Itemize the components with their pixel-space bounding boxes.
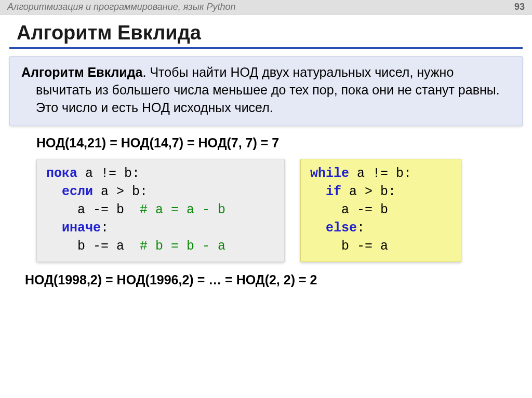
code-text: b -= a: [310, 239, 388, 254]
comment: # b = b - a: [140, 239, 225, 254]
kw-while-ru: пока: [46, 166, 77, 181]
code-text: a > b:: [93, 184, 148, 199]
slide-title: Алгоритм Евклида: [17, 22, 532, 44]
header-title: Алгоритмизация и программирование, язык …: [7, 2, 235, 12]
definition-text: Алгоритм Евклида. Чтобы найти НОД двух н…: [21, 64, 511, 116]
kw-else: else: [310, 221, 357, 236]
code-row: пока a != b: если a > b: a -= b # a = a …: [36, 159, 532, 262]
code-text: a -= b: [310, 202, 388, 217]
title-underline: [9, 47, 523, 49]
kw-if: if: [310, 184, 341, 199]
pseudocode-box: пока a != b: если a > b: a -= b # a = a …: [36, 159, 285, 262]
page-number: 93: [514, 2, 525, 12]
example-nod-14-21: НОД(14,21) = НОД(14,7) = НОД(7, 7) = 7: [36, 135, 532, 150]
comment: # a = a - b: [140, 202, 225, 217]
kw-if-ru: если: [46, 184, 93, 199]
example-nod-1998-2: НОД(1998,2) = НОД(1996,2) = … = НОД(2, 2…: [25, 272, 532, 287]
code-text: b -= a: [46, 239, 140, 254]
kw-else-ru: иначе: [46, 221, 101, 236]
code-text: a != b:: [77, 166, 140, 181]
python-code-box: while a != b: if a > b: a -= b else: b -…: [300, 159, 461, 262]
kw-while: while: [310, 166, 349, 181]
code-text: a -= b: [46, 202, 140, 217]
code-text: a != b:: [349, 166, 411, 181]
definition-box: Алгоритм Евклида. Чтобы найти НОД двух н…: [9, 56, 523, 126]
code-text: :: [357, 221, 365, 236]
code-text: :: [101, 221, 109, 236]
definition-term: Алгоритм Евклида: [21, 65, 143, 79]
slide-header: Алгоритмизация и программирование, язык …: [0, 0, 532, 15]
code-text: a > b:: [341, 184, 396, 199]
